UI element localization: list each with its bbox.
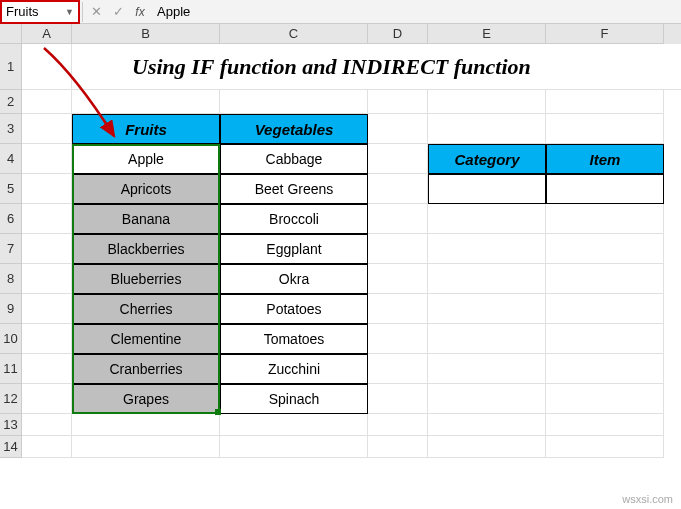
select-all-corner[interactable] (0, 24, 22, 44)
table1-cell-B5[interactable]: Apricots (72, 174, 220, 204)
table1-cell-B6[interactable]: Banana (72, 204, 220, 234)
col-header-D[interactable]: D (368, 24, 428, 44)
row-header-6[interactable]: 6 (0, 204, 22, 234)
cell[interactable] (22, 436, 72, 458)
cell[interactable] (368, 354, 428, 384)
col-header-C[interactable]: C (220, 24, 368, 44)
cell[interactable] (428, 204, 546, 234)
cell[interactable] (22, 414, 72, 436)
cell[interactable] (22, 384, 72, 414)
cell[interactable] (22, 144, 72, 174)
table1-cell-B7[interactable]: Blackberries (72, 234, 220, 264)
row-header-2[interactable]: 2 (0, 90, 22, 114)
table2-cell-E5[interactable] (428, 174, 546, 204)
name-box[interactable]: Fruits ▼ (0, 0, 80, 24)
cell[interactable] (428, 234, 546, 264)
cell[interactable] (428, 354, 546, 384)
cell[interactable] (368, 234, 428, 264)
cell[interactable] (22, 234, 72, 264)
cancel-icon[interactable]: ✕ (85, 1, 107, 23)
cell[interactable] (22, 354, 72, 384)
cell[interactable] (368, 384, 428, 414)
cell[interactable] (368, 436, 428, 458)
cell[interactable] (22, 44, 72, 90)
cell[interactable] (546, 264, 664, 294)
row-header-7[interactable]: 7 (0, 234, 22, 264)
cell[interactable] (22, 90, 72, 114)
cell[interactable] (22, 324, 72, 354)
table1-cell-B8[interactable]: Blueberries (72, 264, 220, 294)
cell[interactable] (428, 384, 546, 414)
cell[interactable] (546, 114, 664, 144)
cell[interactable] (368, 204, 428, 234)
formula-input[interactable]: Apple (151, 4, 681, 19)
cell[interactable] (546, 204, 664, 234)
cell[interactable] (428, 294, 546, 324)
page-title[interactable]: Using IF function and INDIRECT function (72, 44, 681, 90)
row-header-14[interactable]: 14 (0, 436, 22, 458)
cell[interactable] (368, 174, 428, 204)
cell[interactable] (546, 234, 664, 264)
table1-cell-B11[interactable]: Cranberries (72, 354, 220, 384)
row-header-5[interactable]: 5 (0, 174, 22, 204)
table1-cell-B12[interactable]: Grapes (72, 384, 220, 414)
table2-header-category[interactable]: Category (428, 144, 546, 174)
cell[interactable] (428, 324, 546, 354)
row-header-8[interactable]: 8 (0, 264, 22, 294)
table2-cell-F5[interactable] (546, 174, 664, 204)
table1-cell-C10[interactable]: Tomatoes (220, 324, 368, 354)
selection-handle[interactable] (215, 409, 221, 415)
col-header-B[interactable]: B (72, 24, 220, 44)
table1-cell-C9[interactable]: Potatoes (220, 294, 368, 324)
cell[interactable] (546, 324, 664, 354)
cell[interactable] (546, 90, 664, 114)
cell[interactable] (368, 324, 428, 354)
cell[interactable] (22, 294, 72, 324)
table1-cell-C12[interactable]: Spinach (220, 384, 368, 414)
cell[interactable] (22, 264, 72, 294)
cell[interactable] (428, 114, 546, 144)
row-header-13[interactable]: 13 (0, 414, 22, 436)
cell[interactable] (72, 436, 220, 458)
cell[interactable] (22, 174, 72, 204)
cell[interactable] (220, 414, 368, 436)
cell[interactable] (368, 144, 428, 174)
cell[interactable] (546, 384, 664, 414)
table2-header-item[interactable]: Item (546, 144, 664, 174)
cell[interactable] (22, 204, 72, 234)
table1-cell-B10[interactable]: Clementine (72, 324, 220, 354)
cell[interactable] (368, 114, 428, 144)
table1-header-vegetables[interactable]: Vegetables (220, 114, 368, 144)
fx-icon[interactable]: fx (129, 1, 151, 23)
row-header-12[interactable]: 12 (0, 384, 22, 414)
table1-header-fruits[interactable]: Fruits (72, 114, 220, 144)
row-header-9[interactable]: 9 (0, 294, 22, 324)
cell[interactable] (428, 414, 546, 436)
row-header-3[interactable]: 3 (0, 114, 22, 144)
cell[interactable] (368, 264, 428, 294)
cell[interactable] (546, 294, 664, 324)
cell[interactable] (546, 414, 664, 436)
table1-cell-C4[interactable]: Cabbage (220, 144, 368, 174)
cell[interactable] (72, 414, 220, 436)
table1-cell-B4[interactable]: Apple (72, 144, 220, 174)
row-header-10[interactable]: 10 (0, 324, 22, 354)
cell[interactable] (220, 90, 368, 114)
cell[interactable] (546, 354, 664, 384)
table1-cell-C8[interactable]: Okra (220, 264, 368, 294)
cell[interactable] (546, 436, 664, 458)
cell[interactable] (428, 436, 546, 458)
cell[interactable] (368, 294, 428, 324)
row-header-4[interactable]: 4 (0, 144, 22, 174)
table1-cell-B9[interactable]: Cherries (72, 294, 220, 324)
table1-cell-C5[interactable]: Beet Greens (220, 174, 368, 204)
col-header-F[interactable]: F (546, 24, 664, 44)
cell[interactable] (22, 114, 72, 144)
check-icon[interactable]: ✓ (107, 1, 129, 23)
cell[interactable] (368, 414, 428, 436)
table1-cell-C6[interactable]: Broccoli (220, 204, 368, 234)
col-header-E[interactable]: E (428, 24, 546, 44)
cell[interactable] (72, 90, 220, 114)
cell[interactable] (428, 264, 546, 294)
cell[interactable] (428, 90, 546, 114)
